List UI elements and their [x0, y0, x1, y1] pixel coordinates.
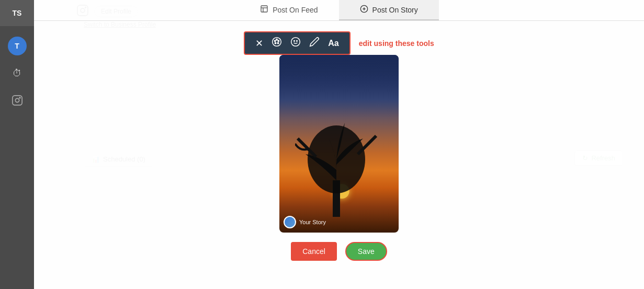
svg-point-22	[308, 125, 365, 193]
svg-point-13	[275, 40, 276, 42]
edit-toolbar-wrapper: ✕	[244, 31, 434, 55]
story-image: Your Story	[279, 55, 399, 233]
your-story-badge: Your Story	[284, 216, 326, 228]
your-story-label: Your Story	[299, 219, 326, 225]
story-icon	[360, 5, 368, 15]
draw-tool-icon[interactable]	[309, 37, 320, 50]
palette-tool-icon[interactable]	[272, 37, 282, 50]
tree-silhouette	[295, 102, 379, 217]
instagram-icon[interactable]	[8, 91, 27, 110]
sidebar-avatar[interactable]: T	[8, 37, 27, 55]
edit-toolbar: ✕	[244, 31, 350, 55]
feed-icon	[260, 5, 268, 15]
story-card: Your Story	[279, 55, 399, 233]
modal-tabs: Post On Feed Post On Story	[34, 0, 644, 21]
svg-rect-6	[261, 6, 267, 12]
modal-body: ✕	[244, 21, 434, 289]
svg-point-17	[275, 42, 277, 44]
modal-actions: Cancel Save	[291, 242, 387, 261]
close-tool-icon[interactable]: ✕	[255, 38, 263, 49]
sidebar-initials: TS	[0, 0, 34, 26]
svg-point-15	[278, 40, 279, 42]
edit-hint: edit using these tools	[359, 39, 434, 48]
svg-point-2	[19, 97, 20, 98]
svg-point-1	[15, 98, 19, 102]
clock-icon[interactable]: ⏱	[8, 64, 27, 83]
cancel-button[interactable]: Cancel	[291, 242, 337, 261]
svg-point-18	[291, 38, 300, 47]
save-button[interactable]: Save	[345, 242, 387, 261]
modal-overlay: Post On Feed Post On Story ✕	[34, 0, 644, 289]
svg-rect-0	[12, 96, 21, 105]
svg-point-16	[278, 42, 279, 44]
svg-point-20	[297, 41, 298, 42]
sidebar: TS T ⏱	[0, 0, 34, 289]
text-tool-icon[interactable]: Aa	[328, 39, 338, 48]
emoji-tool-icon[interactable]	[290, 37, 301, 50]
tab-post-on-feed[interactable]: Post On Feed	[239, 0, 338, 20]
svg-point-19	[294, 41, 295, 42]
tab-post-on-story[interactable]: Post On Story	[339, 0, 439, 20]
svg-point-14	[276, 39, 278, 41]
story-user-avatar	[284, 216, 296, 228]
